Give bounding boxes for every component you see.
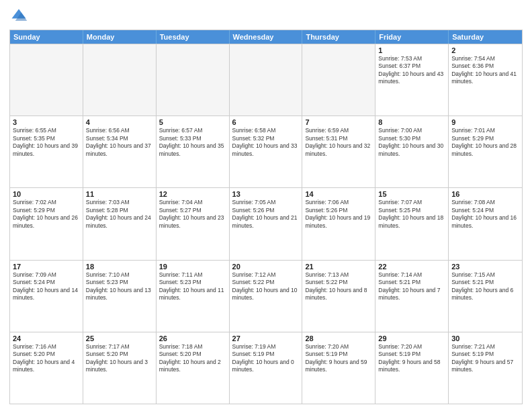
- page: SundayMondayTuesdayWednesdayThursdayFrid…: [0, 0, 532, 411]
- day-info: Sunrise: 7:07 AM Sunset: 5:25 PM Dayligh…: [378, 199, 445, 230]
- day-number: 3: [13, 118, 80, 126]
- header-row: [9, 7, 523, 26]
- cal-cell: 29Sunrise: 7:20 AM Sunset: 5:19 PM Dayli…: [375, 332, 449, 404]
- cal-cell: 15Sunrise: 7:07 AM Sunset: 5:25 PM Dayli…: [375, 188, 449, 259]
- logo: [9, 7, 31, 26]
- day-number: 22: [378, 263, 445, 271]
- calendar: SundayMondayTuesdayWednesdayThursdayFrid…: [9, 30, 523, 404]
- day-info: Sunrise: 7:53 AM Sunset: 6:37 PM Dayligh…: [378, 55, 445, 86]
- day-info: Sunrise: 7:10 AM Sunset: 5:23 PM Dayligh…: [86, 271, 153, 302]
- day-number: 21: [305, 263, 372, 271]
- day-number: 11: [86, 190, 153, 198]
- cal-cell: 30Sunrise: 7:21 AM Sunset: 5:19 PM Dayli…: [449, 332, 522, 404]
- day-number: 5: [159, 118, 226, 126]
- cal-cell: 16Sunrise: 7:08 AM Sunset: 5:24 PM Dayli…: [449, 188, 522, 259]
- cal-cell: 12Sunrise: 7:04 AM Sunset: 5:27 PM Dayli…: [157, 188, 230, 259]
- cal-cell: 27Sunrise: 7:19 AM Sunset: 5:19 PM Dayli…: [230, 332, 303, 404]
- cal-row-0: 1Sunrise: 7:53 AM Sunset: 6:37 PM Daylig…: [10, 44, 522, 116]
- day-number: 2: [451, 46, 519, 54]
- cal-cell: 26Sunrise: 7:18 AM Sunset: 5:20 PM Dayli…: [157, 332, 230, 404]
- day-number: 29: [378, 334, 445, 342]
- day-number: 30: [451, 334, 519, 342]
- cal-cell: 23Sunrise: 7:15 AM Sunset: 5:21 PM Dayli…: [449, 261, 522, 332]
- day-info: Sunrise: 7:06 AM Sunset: 5:26 PM Dayligh…: [305, 199, 372, 230]
- header-day-saturday: Saturday: [449, 30, 522, 44]
- day-number: 1: [378, 46, 445, 54]
- day-number: 23: [451, 263, 519, 271]
- header-day-wednesday: Wednesday: [230, 30, 303, 44]
- day-number: 4: [86, 118, 153, 126]
- day-info: Sunrise: 7:04 AM Sunset: 5:27 PM Dayligh…: [159, 199, 226, 230]
- cal-cell: 18Sunrise: 7:10 AM Sunset: 5:23 PM Dayli…: [83, 261, 157, 332]
- day-info: Sunrise: 7:16 AM Sunset: 5:20 PM Dayligh…: [13, 343, 80, 374]
- cal-row-3: 17Sunrise: 7:09 AM Sunset: 5:24 PM Dayli…: [10, 260, 522, 332]
- cal-cell: 19Sunrise: 7:11 AM Sunset: 5:23 PM Dayli…: [157, 261, 230, 332]
- day-number: 14: [305, 190, 372, 198]
- day-number: 6: [232, 118, 300, 126]
- day-info: Sunrise: 7:11 AM Sunset: 5:23 PM Dayligh…: [159, 271, 226, 302]
- day-info: Sunrise: 7:18 AM Sunset: 5:20 PM Dayligh…: [159, 343, 226, 374]
- day-info: Sunrise: 7:21 AM Sunset: 5:19 PM Dayligh…: [451, 343, 519, 374]
- day-number: 25: [86, 334, 153, 342]
- day-info: Sunrise: 6:55 AM Sunset: 5:35 PM Dayligh…: [13, 127, 80, 158]
- day-number: 9: [451, 118, 519, 126]
- cal-cell: 22Sunrise: 7:14 AM Sunset: 5:21 PM Dayli…: [375, 261, 449, 332]
- day-number: 16: [451, 190, 519, 198]
- cal-cell: 10Sunrise: 7:02 AM Sunset: 5:29 PM Dayli…: [10, 188, 83, 259]
- cal-cell: 8Sunrise: 7:00 AM Sunset: 5:30 PM Daylig…: [375, 116, 449, 187]
- cal-cell: 17Sunrise: 7:09 AM Sunset: 5:24 PM Dayli…: [10, 261, 83, 332]
- calendar-header: SundayMondayTuesdayWednesdayThursdayFrid…: [10, 30, 522, 44]
- day-number: 28: [305, 334, 372, 342]
- cal-cell: 1Sunrise: 7:53 AM Sunset: 6:37 PM Daylig…: [375, 44, 449, 116]
- day-info: Sunrise: 7:14 AM Sunset: 5:21 PM Dayligh…: [378, 271, 445, 302]
- day-number: 7: [305, 118, 372, 126]
- day-info: Sunrise: 6:57 AM Sunset: 5:33 PM Dayligh…: [159, 127, 226, 158]
- day-info: Sunrise: 7:17 AM Sunset: 5:20 PM Dayligh…: [86, 343, 153, 374]
- day-info: Sunrise: 7:09 AM Sunset: 5:24 PM Dayligh…: [13, 271, 80, 302]
- day-info: Sunrise: 7:03 AM Sunset: 5:28 PM Dayligh…: [86, 199, 153, 230]
- cal-cell: 21Sunrise: 7:13 AM Sunset: 5:22 PM Dayli…: [302, 261, 375, 332]
- cal-cell: 13Sunrise: 7:05 AM Sunset: 5:26 PM Dayli…: [230, 188, 303, 259]
- cal-cell: 3Sunrise: 6:55 AM Sunset: 5:35 PM Daylig…: [10, 116, 83, 187]
- day-number: 8: [378, 118, 445, 126]
- cal-cell: [230, 44, 303, 116]
- cal-cell: 20Sunrise: 7:12 AM Sunset: 5:22 PM Dayli…: [230, 261, 303, 332]
- day-number: 19: [159, 263, 226, 271]
- cal-cell: 9Sunrise: 7:01 AM Sunset: 5:29 PM Daylig…: [449, 116, 522, 187]
- day-info: Sunrise: 6:56 AM Sunset: 5:34 PM Dayligh…: [86, 127, 153, 158]
- header-day-tuesday: Tuesday: [157, 30, 230, 44]
- day-info: Sunrise: 7:20 AM Sunset: 5:19 PM Dayligh…: [305, 343, 372, 374]
- day-info: Sunrise: 7:02 AM Sunset: 5:29 PM Dayligh…: [13, 199, 80, 230]
- day-info: Sunrise: 7:54 AM Sunset: 6:36 PM Dayligh…: [451, 55, 519, 86]
- header-day-thursday: Thursday: [302, 30, 375, 44]
- day-info: Sunrise: 6:58 AM Sunset: 5:32 PM Dayligh…: [232, 127, 300, 158]
- day-number: 12: [159, 190, 226, 198]
- cal-cell: [157, 44, 230, 116]
- cal-cell: 28Sunrise: 7:20 AM Sunset: 5:19 PM Dayli…: [302, 332, 375, 404]
- cal-row-1: 3Sunrise: 6:55 AM Sunset: 5:35 PM Daylig…: [10, 116, 522, 187]
- day-info: Sunrise: 7:12 AM Sunset: 5:22 PM Dayligh…: [232, 271, 300, 302]
- cal-cell: [83, 44, 157, 116]
- cal-cell: 6Sunrise: 6:58 AM Sunset: 5:32 PM Daylig…: [230, 116, 303, 187]
- day-info: Sunrise: 6:59 AM Sunset: 5:31 PM Dayligh…: [305, 127, 372, 158]
- cal-cell: 11Sunrise: 7:03 AM Sunset: 5:28 PM Dayli…: [83, 188, 157, 259]
- cal-cell: 24Sunrise: 7:16 AM Sunset: 5:20 PM Dayli…: [10, 332, 83, 404]
- day-number: 27: [232, 334, 300, 342]
- cal-cell: 2Sunrise: 7:54 AM Sunset: 6:36 PM Daylig…: [449, 44, 522, 116]
- day-number: 24: [13, 334, 80, 342]
- logo-icon: [9, 7, 28, 26]
- cal-cell: 4Sunrise: 6:56 AM Sunset: 5:34 PM Daylig…: [83, 116, 157, 187]
- cal-row-2: 10Sunrise: 7:02 AM Sunset: 5:29 PM Dayli…: [10, 187, 522, 259]
- cal-cell: [302, 44, 375, 116]
- cal-row-4: 24Sunrise: 7:16 AM Sunset: 5:20 PM Dayli…: [10, 332, 522, 404]
- day-info: Sunrise: 7:15 AM Sunset: 5:21 PM Dayligh…: [451, 271, 519, 302]
- header-day-friday: Friday: [375, 30, 449, 44]
- day-number: 10: [13, 190, 80, 198]
- cal-cell: 7Sunrise: 6:59 AM Sunset: 5:31 PM Daylig…: [302, 116, 375, 187]
- header-day-sunday: Sunday: [10, 30, 83, 44]
- day-info: Sunrise: 7:13 AM Sunset: 5:22 PM Dayligh…: [305, 271, 372, 302]
- day-number: 26: [159, 334, 226, 342]
- cal-cell: 5Sunrise: 6:57 AM Sunset: 5:33 PM Daylig…: [157, 116, 230, 187]
- day-number: 17: [13, 263, 80, 271]
- day-info: Sunrise: 7:08 AM Sunset: 5:24 PM Dayligh…: [451, 199, 519, 230]
